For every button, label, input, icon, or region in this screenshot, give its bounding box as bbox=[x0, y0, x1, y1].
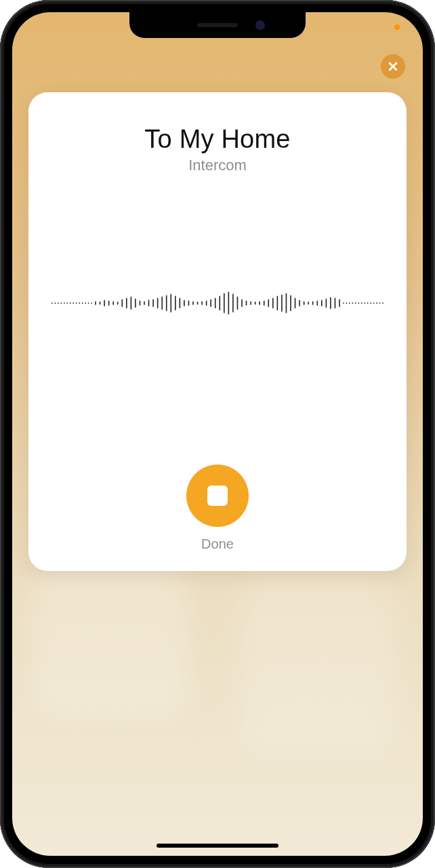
svg-point-7 bbox=[72, 302, 74, 304]
svg-point-78 bbox=[367, 302, 369, 304]
controls: Done bbox=[186, 465, 249, 552]
stop-button[interactable] bbox=[186, 465, 249, 527]
waveform-icon bbox=[45, 283, 390, 323]
svg-point-82 bbox=[379, 302, 381, 304]
svg-point-1 bbox=[55, 302, 56, 304]
screen: To My Home Intercom Done bbox=[12, 12, 423, 856]
svg-point-72 bbox=[349, 302, 350, 304]
device-frame: To My Home Intercom Done bbox=[0, 0, 435, 868]
svg-point-10 bbox=[82, 302, 83, 304]
audio-waveform bbox=[45, 283, 390, 323]
intercom-card: To My Home Intercom Done bbox=[28, 92, 407, 571]
svg-point-13 bbox=[91, 302, 92, 304]
svg-point-83 bbox=[382, 302, 384, 304]
svg-point-71 bbox=[346, 302, 348, 304]
svg-point-73 bbox=[352, 302, 353, 304]
svg-point-9 bbox=[79, 302, 80, 304]
svg-point-76 bbox=[361, 302, 362, 304]
svg-point-70 bbox=[343, 302, 344, 304]
svg-point-81 bbox=[376, 302, 377, 304]
done-label: Done bbox=[201, 536, 234, 552]
front-camera bbox=[255, 20, 265, 30]
home-indicator[interactable] bbox=[157, 844, 278, 848]
svg-point-3 bbox=[60, 302, 62, 304]
svg-point-4 bbox=[64, 302, 65, 304]
close-icon bbox=[388, 61, 398, 72]
svg-point-2 bbox=[58, 302, 59, 304]
svg-point-75 bbox=[358, 302, 359, 304]
svg-point-79 bbox=[370, 302, 371, 304]
svg-point-80 bbox=[373, 302, 375, 304]
svg-point-77 bbox=[364, 302, 365, 304]
svg-point-6 bbox=[70, 302, 71, 304]
close-button[interactable] bbox=[381, 54, 405, 79]
svg-point-0 bbox=[51, 302, 53, 304]
card-title: To My Home bbox=[144, 125, 290, 154]
svg-point-8 bbox=[76, 302, 77, 304]
svg-point-74 bbox=[355, 302, 356, 304]
stop-icon bbox=[207, 486, 228, 506]
background-tile bbox=[33, 564, 188, 720]
speaker-grille bbox=[197, 23, 238, 27]
svg-point-5 bbox=[66, 302, 68, 304]
notch bbox=[129, 12, 306, 38]
svg-point-12 bbox=[88, 302, 89, 304]
svg-point-11 bbox=[85, 302, 86, 304]
background-tile bbox=[240, 578, 396, 754]
recording-indicator-icon bbox=[394, 24, 400, 30]
card-subtitle: Intercom bbox=[188, 157, 247, 174]
